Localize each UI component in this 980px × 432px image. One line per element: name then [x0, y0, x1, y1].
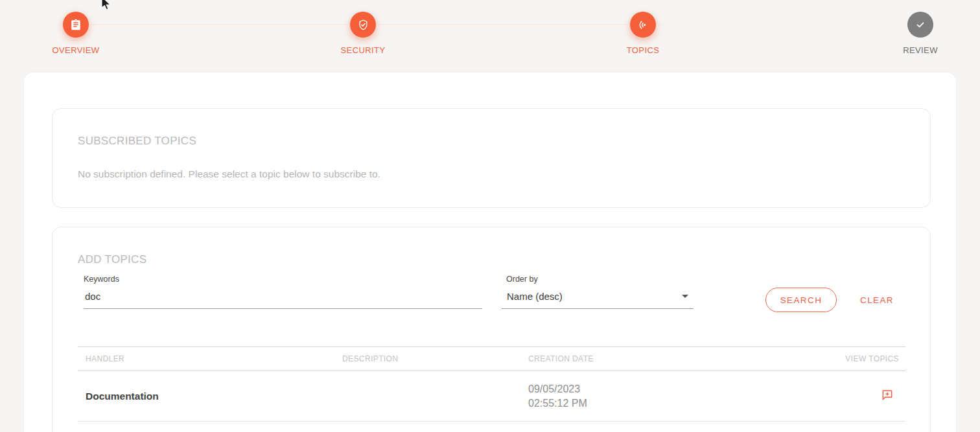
- broadcast-icon: [630, 12, 656, 38]
- view-topics-button[interactable]: [880, 387, 895, 405]
- row-handler: Documentation: [78, 391, 334, 402]
- order-by-select[interactable]: Name (desc): [502, 288, 694, 309]
- keywords-input[interactable]: [84, 288, 482, 309]
- order-by-label: Order by: [506, 275, 538, 284]
- wizard-page: OVERVIEW SECURITY TOPICS REVIEW SUBSCRIB…: [0, 0, 980, 432]
- table-header-row: HANDLER DESCRIPTION CREATION DATE VIEW T…: [78, 347, 905, 371]
- add-topics-title: ADD TOPICS: [78, 253, 146, 266]
- subscribed-topics-title: SUBSCRIBED TOPICS: [78, 135, 196, 148]
- step-topics[interactable]: TOPICS: [604, 12, 682, 55]
- table-row: Documentation 09/05/2023 02:55:12 PM: [78, 371, 905, 422]
- topics-table: HANDLER DESCRIPTION CREATION DATE VIEW T…: [78, 347, 905, 422]
- step-label: OVERVIEW: [37, 45, 115, 55]
- step-overview[interactable]: OVERVIEW: [37, 12, 115, 55]
- add-topics-card: ADD TOPICS Keywords Order by Name (desc)…: [52, 227, 931, 432]
- keywords-label: Keywords: [84, 275, 119, 284]
- topics-step-panel: SUBSCRIBED TOPICS No subscription define…: [24, 73, 956, 432]
- header-creation-date: CREATION DATE: [520, 354, 843, 363]
- step-label: TOPICS: [604, 45, 682, 55]
- stepper-connector: [657, 24, 907, 25]
- header-view-topics: VIEW TOPICS: [843, 354, 905, 363]
- header-description: DESCRIPTION: [334, 354, 520, 363]
- assignment-icon: [63, 12, 89, 38]
- check-icon: [907, 12, 933, 38]
- stepper-connector: [377, 24, 629, 25]
- clear-button[interactable]: CLEAR: [851, 288, 903, 312]
- search-button[interactable]: SEARCH: [765, 288, 837, 312]
- subscribed-topics-card: SUBSCRIBED TOPICS No subscription define…: [52, 108, 931, 208]
- step-label: REVIEW: [881, 45, 959, 55]
- no-subscription-message: No subscription defined. Please select a…: [78, 168, 380, 180]
- stepper-connector: [90, 24, 349, 25]
- step-security[interactable]: SECURITY: [324, 12, 402, 55]
- order-by-value: Name (desc): [507, 291, 563, 302]
- chevron-down-icon: [682, 295, 688, 298]
- row-creation-date: 09/05/2023 02:55:12 PM: [520, 382, 843, 411]
- step-label: SECURITY: [324, 45, 402, 55]
- shield-check-icon: [350, 12, 376, 38]
- add-comment-icon: [881, 394, 894, 404]
- header-handler: HANDLER: [78, 354, 334, 363]
- step-review[interactable]: REVIEW: [881, 12, 959, 55]
